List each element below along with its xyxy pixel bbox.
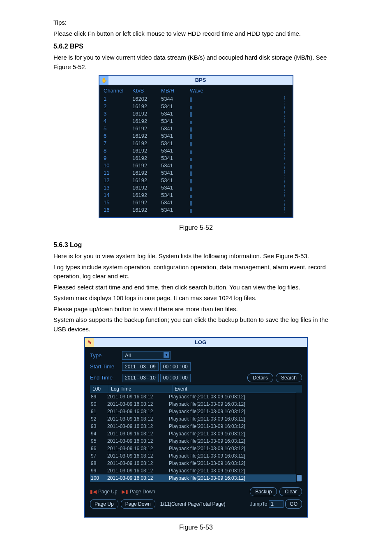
bps-kbs: 16192 xyxy=(132,169,161,177)
bps-kbs: 16192 xyxy=(132,176,161,185)
bps-channel: 14 xyxy=(104,191,132,199)
log-row-index: 90 xyxy=(91,400,107,408)
search-button[interactable]: Search xyxy=(276,373,302,382)
bps-header-kbs: Kb/S xyxy=(132,87,161,95)
scrollbar-thumb[interactable] xyxy=(297,475,302,481)
log-row-index: 93 xyxy=(91,423,107,430)
bps-kbs: 16192 xyxy=(132,199,161,207)
log-row[interactable]: 942011-03-09 16:03:12Playback file[2011-… xyxy=(90,430,302,437)
log-row-time: 2011-03-09 16:03:12 xyxy=(107,452,169,460)
page-up-button[interactable]: Page Up xyxy=(90,500,118,509)
type-dropdown[interactable]: All ▼ xyxy=(122,351,171,360)
bps-kbs: 16192 xyxy=(132,110,161,118)
bps-row: 16161925341 xyxy=(104,206,288,214)
log-row-time: 2011-03-09 16:03:12 xyxy=(107,415,169,423)
bps-row: 10161925341 xyxy=(104,162,288,169)
bps-mbh: 5341 xyxy=(161,191,190,199)
log-row-index: 94 xyxy=(91,430,107,437)
page-down-button[interactable]: Page Down xyxy=(121,500,155,509)
log-row[interactable]: 902011-03-09 16:03:12Playback file[2011-… xyxy=(90,400,302,408)
bps-mbh: 5341 xyxy=(161,147,190,155)
bps-wave xyxy=(190,96,288,102)
bps-kbs: 16192 xyxy=(132,206,161,214)
bps-kbs: 16202 xyxy=(132,95,161,103)
backup-button[interactable]: Backup xyxy=(250,487,277,496)
bps-kbs: 16192 xyxy=(132,125,161,133)
bps-row: 6161925341 xyxy=(104,132,288,140)
start-time-input[interactable]: 00 : 00 : 00 xyxy=(160,362,191,371)
log-body: Type All ▼ Start Time 2011 - 03 - 09 00 … xyxy=(85,347,307,517)
chevron-down-icon: ▼ xyxy=(164,352,169,358)
bps-kbs: 16192 xyxy=(132,184,161,192)
log-row[interactable]: 892011-03-09 16:03:12Playback file[2011-… xyxy=(90,393,302,400)
bps-header-channel: Channel xyxy=(104,87,132,95)
log-row[interactable]: 952011-03-09 16:03:12Playback file[2011-… xyxy=(90,437,302,445)
section-text-log-1: Here is for you to view system log file.… xyxy=(53,252,339,261)
log-row-time: 2011-03-09 16:03:12 xyxy=(107,408,169,415)
log-row[interactable]: 1002011-03-09 16:03:12Playback file[2011… xyxy=(90,474,302,482)
log-table: 100 Log Time Event 892011-03-09 16:03:12… xyxy=(90,385,302,482)
tips-label: Tips: xyxy=(53,18,339,28)
bps-kbs: 16192 xyxy=(132,154,161,162)
log-header-count[interactable]: 100 xyxy=(91,385,109,393)
type-label: Type xyxy=(90,352,122,360)
bps-channel: 5 xyxy=(104,125,132,133)
page-info: 1/11(Curent Page/Total Page) xyxy=(160,500,226,508)
bps-mbh: 5341 xyxy=(161,206,190,214)
jump-to-input[interactable] xyxy=(269,500,284,508)
clear-button[interactable]: Clear xyxy=(279,487,302,496)
log-row[interactable]: 992011-03-09 16:03:12Playback file[2011-… xyxy=(90,467,302,474)
bps-channel: 11 xyxy=(104,169,132,177)
log-header-event[interactable]: Event xyxy=(173,385,301,393)
bps-kbs: 16192 xyxy=(132,191,161,199)
bps-kbs: 16192 xyxy=(132,139,161,148)
log-row[interactable]: 962011-03-09 16:03:12Playback file[2011-… xyxy=(90,445,302,452)
log-row-event: Playback file[2011-03-09 16:03:12] xyxy=(169,423,301,430)
log-row-index: 96 xyxy=(91,445,107,452)
log-window: ✎ LOG Type All ▼ Start Time 2011 - 03 - … xyxy=(84,337,308,518)
page-up-start-icon: ▮◀ xyxy=(90,488,97,495)
bps-row: 15161925341 xyxy=(104,199,288,206)
bps-channel: 12 xyxy=(104,176,132,185)
log-row-time: 2011-03-09 16:03:12 xyxy=(107,400,169,408)
log-row[interactable]: 912011-03-09 16:03:12Playback file[2011-… xyxy=(90,408,302,415)
bps-row: 12161925341 xyxy=(104,177,288,184)
end-time-label: End Time xyxy=(90,374,122,382)
page-up-link[interactable]: Page Up xyxy=(98,488,118,495)
bps-channel: 1 xyxy=(104,95,132,103)
log-row[interactable]: 922011-03-09 16:03:12Playback file[2011-… xyxy=(90,415,302,423)
bps-channel: 13 xyxy=(104,184,132,192)
page-down-link[interactable]: Page Down xyxy=(130,488,155,495)
log-header-time[interactable]: Log Time xyxy=(109,385,173,393)
end-time-input[interactable]: 00 : 00 : 00 xyxy=(160,374,191,382)
bps-wave xyxy=(190,155,288,161)
end-date-input[interactable]: 2011 - 03 - 10 xyxy=(122,374,159,382)
bps-mbh: 5341 xyxy=(161,139,190,148)
log-row-index: 98 xyxy=(91,460,107,467)
bps-kbs: 16192 xyxy=(132,147,161,155)
section-text-log-3: Pleased select start time and end time, … xyxy=(53,283,339,292)
bps-mbh: 5341 xyxy=(161,125,190,133)
bps-row: 5161925341 xyxy=(104,125,288,132)
type-value: All xyxy=(125,352,131,360)
bps-row: 3161925341 xyxy=(104,110,288,118)
go-button[interactable]: GO xyxy=(285,500,302,509)
page-down-end-icon: ▶▮ xyxy=(122,488,128,495)
bps-mbh: 5341 xyxy=(161,176,190,185)
bps-title: BPS xyxy=(108,76,293,84)
log-scrollbar[interactable] xyxy=(296,393,302,482)
bps-channel: 15 xyxy=(104,199,132,207)
bps-row: 7161925341 xyxy=(104,140,288,147)
log-row[interactable]: 982011-03-09 16:03:12Playback file[2011-… xyxy=(90,460,302,467)
start-date-input[interactable]: 2011 - 03 - 09 xyxy=(122,362,159,371)
tips-text: Please click Fn button or left click mou… xyxy=(53,29,339,39)
bps-wave xyxy=(190,192,288,198)
section-text-bps: Here is for you to view current video da… xyxy=(53,53,339,72)
bps-wave xyxy=(190,126,288,132)
log-row-time: 2011-03-09 16:03:12 xyxy=(107,474,169,482)
log-row[interactable]: 932011-03-09 16:03:12Playback file[2011-… xyxy=(90,423,302,430)
log-row[interactable]: 972011-03-09 16:03:12Playback file[2011-… xyxy=(90,452,302,460)
log-row-index: 100 xyxy=(91,474,107,482)
details-button[interactable]: Details xyxy=(247,373,273,382)
log-row-event: Playback file[2011-03-09 16:03:12] xyxy=(169,467,301,474)
